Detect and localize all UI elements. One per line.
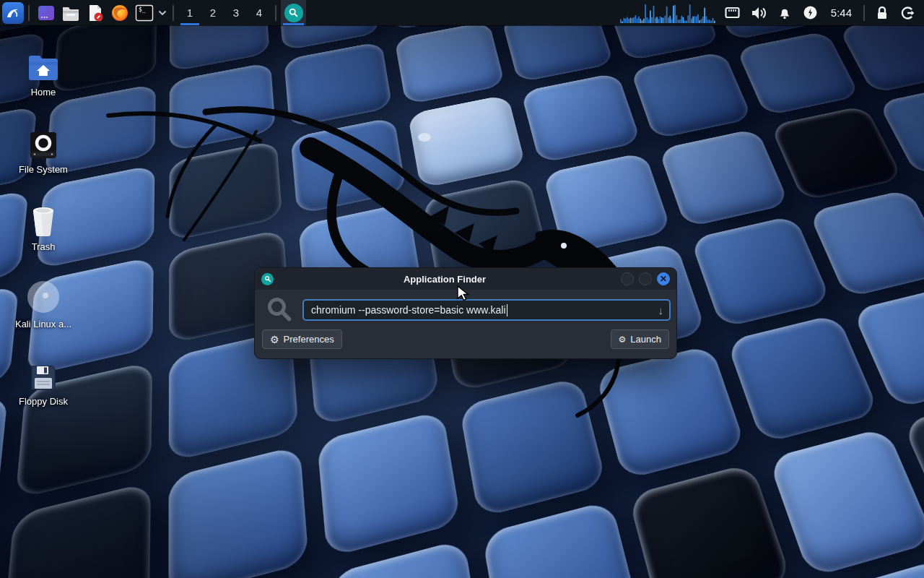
application-finder-window: Application Finder ✕ chromium --password… — [254, 267, 677, 359]
panel-clock[interactable]: 5:44 — [824, 7, 859, 19]
gear-icon: ⚙ — [270, 335, 279, 345]
desktop-icon-kali-docs[interactable]: Kali Linux a... — [9, 274, 78, 346]
panel-separator — [173, 5, 174, 21]
close-button[interactable]: ✕ — [657, 272, 670, 285]
wallpaper-cube — [408, 95, 526, 189]
firefox-icon — [110, 4, 129, 22]
wallpaper-cube — [317, 410, 461, 558]
panel-separator — [863, 5, 865, 21]
kali-logo-icon — [5, 5, 21, 21]
wallpaper-cube — [394, 21, 505, 105]
launcher-file-manager[interactable] — [58, 0, 83, 25]
power-manager-tray-item[interactable] — [798, 0, 824, 25]
desktop-icon-file-system[interactable]: File System — [9, 119, 78, 191]
dialog-body: chromium --password-store=basic www.kali… — [255, 290, 676, 359]
volume-icon — [751, 6, 767, 20]
terminal-glyph: $_ — [139, 7, 146, 13]
launcher-dropdown-chevron[interactable] — [157, 0, 168, 25]
window-title: Application Finder — [274, 274, 616, 285]
wallpaper-cube — [658, 128, 790, 228]
panel-separator — [275, 5, 276, 21]
workspace-1[interactable]: 1 — [178, 0, 201, 25]
wallpaper-cube — [808, 189, 924, 298]
wallpaper-cube — [596, 345, 746, 480]
search-input[interactable]: chromium --password-store=basic www.kali… — [302, 299, 671, 321]
close-icon: ✕ — [660, 275, 667, 283]
dropdown-arrow-icon[interactable]: ↓ — [658, 304, 664, 316]
text-caret — [507, 304, 507, 316]
desktop-icon-floppy-disk[interactable]: Floppy Disk — [9, 351, 78, 423]
workspace-2-label: 2 — [210, 7, 216, 19]
desktop-icon-trash[interactable]: Trash — [9, 197, 78, 269]
taskbar-application-finder[interactable] — [281, 0, 306, 25]
search-input-value: chromium --password-store=basic www.kali — [311, 304, 506, 316]
bell-icon — [777, 6, 792, 20]
network-tray-item[interactable] — [720, 0, 746, 25]
wallpaper-cube — [169, 140, 282, 241]
workspace-4[interactable]: 4 — [248, 0, 271, 25]
wallpaper-cube — [168, 445, 308, 578]
wallpaper-cube — [520, 72, 641, 163]
workspace-1-label: 1 — [187, 7, 193, 19]
window-app-icon — [37, 4, 56, 22]
launch-button[interactable]: ⚙ Launch — [611, 329, 669, 349]
launcher-firefox[interactable] — [108, 0, 132, 25]
window-titlebar[interactable]: Application Finder ✕ — [255, 268, 676, 290]
volume-tray-item[interactable] — [746, 0, 772, 25]
floppy-disk-icon — [30, 351, 57, 392]
kali-docs-ghost-icon — [26, 274, 61, 314]
desktop-icon-label: File System — [19, 164, 68, 175]
preferences-button-label: Preferences — [284, 334, 334, 345]
preferences-button[interactable]: ⚙ Preferences — [262, 329, 342, 349]
app-finder-icon — [284, 4, 303, 22]
workspace-2[interactable]: 2 — [201, 0, 225, 25]
cpu-graph[interactable] — [620, 3, 715, 23]
workspace-3-label: 3 — [233, 7, 239, 19]
power-bolt-icon — [803, 5, 818, 20]
workspace-3[interactable]: 3 — [225, 0, 248, 25]
wallpaper-cube — [2, 482, 151, 578]
app-finder-window-icon — [261, 273, 274, 285]
wallpaper-cube — [0, 394, 8, 538]
launcher-text-editor[interactable] — [83, 0, 108, 25]
kali-menu-button[interactable] — [2, 2, 24, 24]
wallpaper-cube — [736, 31, 860, 116]
wallpaper-cube — [542, 152, 671, 255]
desktop-icon-label: Trash — [32, 241, 56, 252]
log-out-icon — [901, 6, 915, 20]
wallpaper-cube — [284, 41, 393, 128]
text-editor-icon — [86, 4, 105, 22]
maximize-button[interactable] — [639, 272, 652, 285]
wallpaper-cube — [767, 427, 924, 578]
desktop-icon-label: Kali Linux a... — [15, 319, 71, 329]
wallpaper-cube — [170, 62, 276, 152]
wallpaper-cube — [630, 51, 753, 139]
desktop-icon-label: Home — [31, 87, 56, 98]
launcher-window-app[interactable] — [34, 0, 58, 25]
chevron-down-icon — [158, 10, 167, 16]
desktop-icon-home[interactable]: Home — [9, 42, 78, 114]
network-icon — [725, 7, 740, 20]
wallpaper-cube — [690, 215, 832, 329]
desktop-icon-label: Floppy Disk — [19, 396, 68, 407]
wallpaper-cube — [290, 117, 406, 215]
search-icon — [266, 296, 293, 323]
launcher-terminal[interactable]: $_ — [132, 0, 157, 25]
minimize-button[interactable] — [621, 272, 634, 285]
wallpaper-cube — [481, 500, 642, 578]
file-manager-icon — [61, 4, 80, 22]
wallpaper-cube — [459, 377, 607, 519]
launch-gears-icon: ⚙ — [619, 335, 627, 344]
hard-disk-icon — [29, 119, 58, 160]
workspace-4-label: 4 — [256, 7, 262, 19]
notifications-tray-item[interactable] — [772, 0, 798, 25]
lock-screen-button[interactable] — [869, 0, 895, 25]
top-panel: $_ 1 2 3 4 — [0, 0, 924, 25]
wallpaper-cube — [628, 462, 793, 578]
log-out-button[interactable] — [895, 0, 921, 25]
wallpaper-cube — [726, 314, 880, 444]
wallpaper-cube — [770, 105, 903, 202]
launch-button-label: Launch — [630, 334, 661, 345]
panel-separator — [28, 5, 30, 21]
lock-icon — [876, 6, 889, 20]
